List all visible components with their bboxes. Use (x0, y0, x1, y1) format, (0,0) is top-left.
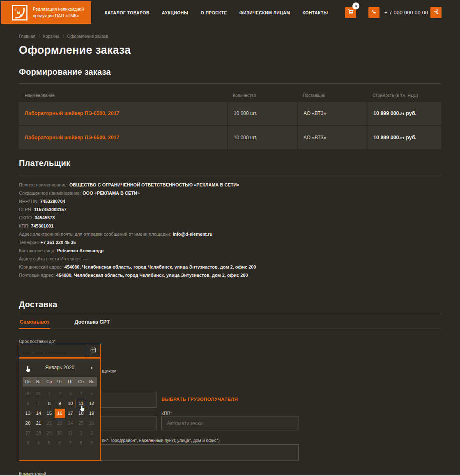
delivery-tabs: Самовывоз Доставка CPT (19, 318, 441, 329)
product-link[interactable]: Лабораторный шейкер ПЭ-6500, 2017 (25, 110, 120, 116)
checkout-page: Т М К Реализация неликвидной продукции П… (0, 0, 460, 476)
page-title: Оформление заказа (19, 44, 441, 57)
login-button[interactable] (430, 7, 442, 18)
nav-item-0[interactable]: КАТАЛОГ ТОВАРОВ (105, 10, 150, 15)
calendar-day-20[interactable]: 20 (23, 419, 33, 428)
order-table-row: Лабораторный шейкер ПЭ-6500, 201710 000 … (19, 102, 441, 125)
calendar-day-18[interactable]: 18 (76, 409, 86, 418)
product-qty: 10 000 шт. (227, 126, 297, 149)
calendar-day-23: 23 (55, 419, 65, 428)
top-bar: Т М К Реализация неликвидной продукции П… (0, 0, 460, 25)
main-nav: КАТАЛОГ ТОВАРОВАУКЦИОНЫО ПРОЕКТЕФИЗИЧЕСК… (105, 0, 328, 25)
tab-cpt-delivery[interactable]: Доставка CPT (74, 318, 110, 329)
occluded-checkbox-label-fragment: щиком (102, 368, 116, 373)
kpp-placeholder: Автоматически (167, 421, 202, 426)
header-phone-number[interactable]: + 7 000 000 00 00 (384, 0, 428, 25)
calendar-day-6: 6 (55, 438, 65, 448)
calendar-day-21[interactable]: 21 (33, 419, 44, 428)
calendar-day-8[interactable]: 8 (44, 399, 55, 408)
calendar-day-30: 30 (55, 428, 65, 438)
calendar-day-5: 5 (86, 389, 97, 398)
column-header-price: Стоимость (в т.ч. НДС) (367, 93, 441, 98)
tmk-logo-icon: Т М К (12, 5, 28, 21)
nav-item-2[interactable]: О ПРОЕКТЕ (201, 10, 227, 15)
calendar-day-15[interactable]: 15 (44, 409, 55, 418)
choose-consignee-link[interactable]: ВЫБРАТЬ ГРУЗОПОЛУЧАТЕЛЯ (161, 397, 238, 402)
tmk-logo[interactable]: Т М К Реализация неликвидной продукции П… (1, 1, 91, 24)
breadcrumb-current: Оформление заказа (67, 34, 108, 39)
calendar-weekday: Сб (76, 377, 86, 386)
calendar-day-16[interactable]: 16 (55, 409, 65, 418)
order-table-body: Лабораторный шейкер ПЭ-6500, 201710 000 … (19, 102, 441, 149)
calendar-next-month-button[interactable]: › (86, 363, 97, 373)
calendar-day-28: 28 (33, 428, 44, 438)
calendar-week-row: 6789101112 (23, 399, 97, 408)
calendar-day-17[interactable]: 17 (65, 409, 76, 418)
calendar-day-14[interactable]: 14 (33, 409, 44, 418)
calendar-day-19[interactable]: 19 (86, 409, 97, 418)
calendar-header: ‹ Январь 2020 › (23, 363, 97, 373)
calendar-weekday: Вт (33, 377, 44, 386)
payer-detail-row: Контактное лицо:Рябченко Александр (19, 246, 441, 255)
calendar-day-2: 2 (86, 428, 97, 438)
breadcrumb-cart[interactable]: Корзина (43, 34, 60, 39)
logo-tagline: Реализация неликвидной продукции ПАО «ТМ… (33, 6, 84, 18)
calendar-day-25: 25 (76, 419, 86, 428)
cart-count-badge: 4 (352, 2, 359, 9)
calendar-day-9: 9 (86, 438, 97, 448)
calendar-day-30: 30 (23, 389, 33, 398)
payer-detail-row: Почтовый адрес:454080, Челябинская облас… (19, 271, 441, 279)
calendar-day-10[interactable]: 10 (65, 399, 76, 408)
order-table-header: Наименование Количество Поставщик Стоимо… (19, 88, 441, 102)
nav-item-3[interactable]: ФИЗИЧЕСКИМ ЛИЦАМ (239, 10, 290, 15)
calendar-day-1: 1 (44, 389, 55, 398)
calendar-weekday: Пт (65, 377, 76, 386)
phone-button[interactable] (368, 7, 380, 18)
column-header-supplier: Поставщик (297, 93, 367, 98)
calendar-day-3: 3 (23, 438, 33, 448)
calendar-day-9[interactable]: 9 (55, 399, 65, 408)
payer-detail-row: ОКПО:34545573 (19, 214, 441, 222)
pickup-form: Срок поставки до* __ . __ . ______ щиком (19, 339, 441, 476)
delivery-section-title: Доставка (19, 300, 441, 309)
breadcrumb-home[interactable]: Главная (19, 34, 35, 39)
address-label-fragment: он*, город/район*, населенный пункт, ули… (102, 438, 220, 443)
payer-details: Полное наименование:ОБЩЕСТВО С ОГРАНИЧЕН… (19, 181, 441, 279)
product-link[interactable]: Лабораторный шейкер ПЭ-6500, 2017 (25, 135, 120, 140)
nav-item-4[interactable]: КОНТАКТЫ (302, 10, 328, 15)
calendar-day-8: 8 (76, 438, 86, 448)
order-section-title: Формирование заказа (19, 67, 441, 77)
calendar-weekday: Пн (23, 377, 33, 386)
calendar-day-29: 29 (44, 428, 55, 438)
delivery-date-input[interactable]: __ . __ . ______ (19, 344, 86, 357)
calendar-day-11[interactable]: 11 (76, 399, 86, 408)
calendar-weekday-row: ПнВтСрЧтПтСбВс (23, 377, 97, 386)
calendar-day-7: 7 (33, 399, 44, 408)
product-supplier: АО «ВТЗ» (297, 126, 367, 149)
payer-detail-row: Юридический адрес:454080, Челябинская об… (19, 263, 441, 271)
calendar-day-13[interactable]: 13 (23, 409, 33, 418)
payer-section-title: Плательщик (19, 159, 441, 168)
product-supplier: АО «ВТЗ» (297, 102, 367, 125)
calendar-day-4: 4 (33, 438, 44, 448)
payer-detail-row: Полное наименование:ОБЩЕСТВО С ОГРАНИЧЕН… (19, 181, 441, 189)
calendar-day-24: 24 (65, 419, 76, 428)
kpp-label: КПП* (161, 411, 172, 416)
product-price: 10 899 000.21 руб. (373, 135, 416, 140)
calendar-toggle-button[interactable] (86, 344, 100, 357)
payer-detail-row: ИНН/TIN:7453280704 (19, 197, 441, 205)
calendar-day-4: 4 (76, 389, 86, 398)
payer-detail-row: Адрес электронной почты для отправки соо… (19, 230, 441, 238)
calendar-day-5: 5 (44, 438, 55, 448)
calendar-icon (90, 347, 97, 355)
calendar-day-2: 2 (55, 389, 65, 398)
kpp-input[interactable]: Автоматически (161, 416, 299, 430)
order-table-row: Лабораторный шейкер ПЭ-6500, 201710 000 … (19, 126, 441, 149)
nav-item-1[interactable]: АУКЦИОНЫ (162, 10, 189, 15)
tab-pickup[interactable]: Самовывоз (19, 318, 50, 329)
calendar-day-12[interactable]: 12 (86, 399, 97, 408)
column-header-name: Наименование (19, 93, 227, 98)
calendar-prev-month-button[interactable]: ‹ (23, 363, 33, 373)
payer-detail-row: Телефон:+7 351 220 45 35 (19, 238, 441, 246)
phone-icon (371, 9, 377, 16)
